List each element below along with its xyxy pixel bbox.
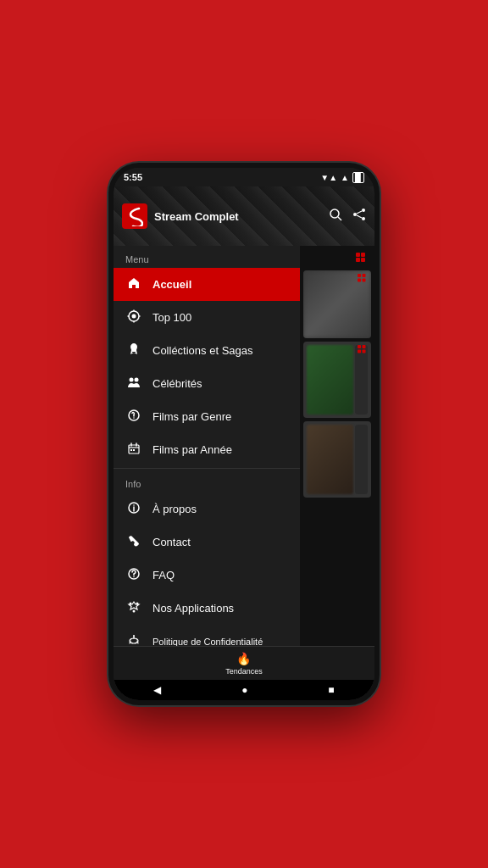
grid-icon-2[interactable] xyxy=(358,274,368,287)
bottom-navigation: 🔥 Tendances xyxy=(114,646,374,680)
header-actions xyxy=(329,208,366,225)
menu-item-faq[interactable]: FAQ xyxy=(114,559,300,592)
menu-item-celebrites[interactable]: Célébrités xyxy=(114,367,300,400)
apropos-icon xyxy=(125,501,142,517)
apps-icon xyxy=(125,600,142,616)
svg-rect-42 xyxy=(363,274,366,277)
nav-tendances[interactable]: 🔥 Tendances xyxy=(225,652,263,676)
svg-point-17 xyxy=(133,417,135,419)
menu-label-faq: FAQ xyxy=(152,569,175,581)
contact-icon xyxy=(125,534,142,550)
svg-point-28 xyxy=(133,576,135,578)
menu-label-politique: Politique de Confidentialité xyxy=(152,637,263,647)
svg-point-14 xyxy=(130,378,134,382)
menu-item-collections[interactable]: Colléctions et Sagas xyxy=(114,334,300,367)
menu-label-contact: Contact xyxy=(152,536,191,548)
svg-rect-48 xyxy=(363,350,366,353)
celebrites-icon xyxy=(125,376,142,392)
status-time: 5:55 xyxy=(124,172,142,182)
svg-rect-22 xyxy=(130,449,132,451)
menu-label-apps: Nos Applications xyxy=(152,602,234,615)
svg-rect-40 xyxy=(361,258,365,262)
content-section-1 xyxy=(303,270,371,338)
recents-button[interactable]: ■ xyxy=(328,684,334,696)
collections-icon xyxy=(125,342,142,359)
svg-rect-37 xyxy=(356,253,360,257)
svg-rect-43 xyxy=(358,279,361,282)
navigation-drawer: Menu Accueil Top 100 xyxy=(114,246,300,646)
content-section-3 xyxy=(303,421,371,498)
search-icon[interactable] xyxy=(329,208,342,225)
menu-item-politique[interactable]: Politique de Confidentialité xyxy=(114,625,300,646)
app-logo xyxy=(122,203,147,229)
phone-frame: 5:55 ▼▲ ▲ ▉ Stream Complet xyxy=(108,163,380,705)
svg-rect-23 xyxy=(133,449,135,451)
svg-rect-38 xyxy=(361,253,365,257)
menu-item-films-annee[interactable]: Films par Année xyxy=(114,433,300,466)
svg-point-2 xyxy=(362,209,365,212)
svg-rect-13 xyxy=(132,352,136,353)
grid-icon-1[interactable] xyxy=(356,253,368,267)
menu-item-apps[interactable]: Nos Applications xyxy=(114,592,300,625)
menu-label-films-genre: Films par Genre xyxy=(152,410,231,423)
menu-section-label: Menu xyxy=(114,246,300,268)
app-header: Stream Complet xyxy=(114,186,374,246)
app-title: Stream Complet xyxy=(154,210,239,223)
info-section-label: Info xyxy=(114,470,300,492)
right-content-area xyxy=(300,246,374,646)
svg-rect-45 xyxy=(358,345,361,348)
share-icon[interactable] xyxy=(352,208,366,225)
status-bar: 5:55 ▼▲ ▲ ▉ xyxy=(114,168,374,186)
svg-line-5 xyxy=(357,211,362,214)
status-icons: ▼▲ ▲ ▉ xyxy=(320,172,364,183)
top100-icon xyxy=(125,309,142,326)
svg-rect-47 xyxy=(358,350,361,353)
tendances-label: Tendances xyxy=(225,667,263,676)
menu-item-top100[interactable]: Top 100 xyxy=(114,301,300,334)
svg-line-1 xyxy=(338,217,341,220)
main-content: Menu Accueil Top 100 xyxy=(114,246,374,646)
home-icon xyxy=(125,276,142,292)
menu-item-contact[interactable]: Contact xyxy=(114,526,300,559)
svg-point-31 xyxy=(133,610,136,613)
svg-rect-41 xyxy=(358,274,361,277)
svg-point-15 xyxy=(135,378,139,382)
svg-point-3 xyxy=(353,213,357,216)
tendances-icon: 🔥 xyxy=(236,652,251,665)
svg-point-0 xyxy=(330,209,339,218)
svg-rect-44 xyxy=(363,279,366,282)
home-button[interactable]: ● xyxy=(241,684,247,696)
menu-item-apropos[interactable]: À propos xyxy=(114,492,300,526)
annee-icon xyxy=(125,442,142,458)
politique-icon xyxy=(125,633,142,646)
grid-icon-3[interactable] xyxy=(358,345,368,358)
svg-point-29 xyxy=(130,603,132,605)
menu-label-celebrites: Célébrités xyxy=(152,377,202,390)
menu-label-apropos: À propos xyxy=(152,503,197,515)
faq-icon xyxy=(125,567,142,583)
svg-point-30 xyxy=(136,603,139,605)
menu-label-accueil: Accueil xyxy=(152,278,191,291)
battery-icon: ▉ xyxy=(352,172,364,183)
menu-label-collections: Colléctions et Sagas xyxy=(152,344,253,357)
logo-area: Stream Complet xyxy=(122,203,239,229)
svg-rect-39 xyxy=(356,258,360,262)
wifi-icon: ▼▲ xyxy=(320,173,337,182)
logo-svg xyxy=(126,206,143,226)
svg-rect-46 xyxy=(363,345,366,348)
svg-point-26 xyxy=(133,504,135,506)
svg-point-34 xyxy=(133,635,135,637)
svg-line-6 xyxy=(357,215,362,218)
content-section-2 xyxy=(303,342,371,418)
phone-screen: 5:55 ▼▲ ▲ ▉ Stream Complet xyxy=(114,168,374,700)
menu-item-films-genre[interactable]: Films par Genre xyxy=(114,400,300,433)
menu-label-films-annee: Films par Année xyxy=(152,443,232,456)
menu-item-accueil[interactable]: Accueil xyxy=(114,268,300,301)
back-button[interactable]: ◀ xyxy=(153,684,161,696)
svg-point-8 xyxy=(132,314,136,319)
genre-icon xyxy=(125,409,142,425)
android-navigation: ◀ ● ■ xyxy=(114,680,374,700)
menu-label-top100: Top 100 xyxy=(152,311,191,324)
drawer-divider xyxy=(114,468,300,469)
signal-icon: ▲ xyxy=(341,173,349,182)
